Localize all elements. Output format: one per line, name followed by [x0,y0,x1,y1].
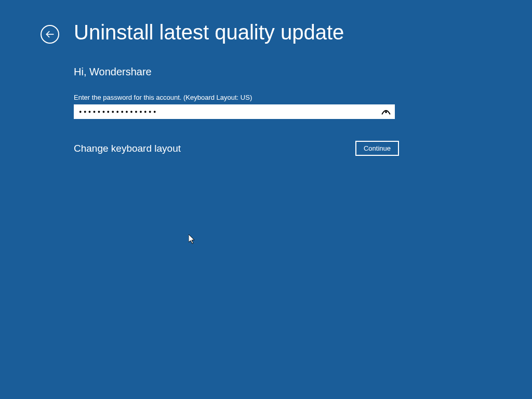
back-arrow-icon [45,29,55,39]
continue-button[interactable]: Continue [355,141,399,156]
change-keyboard-layout-link[interactable]: Change keyboard layout [74,143,181,154]
greeting-text: Hi, Wondershare [74,66,400,78]
eye-reveal-icon [381,109,391,115]
page-title: Uninstall latest quality update [74,21,344,44]
svg-point-1 [385,111,387,113]
password-field[interactable]: ●●●●●●●●●●●●●●●●● [74,104,395,119]
password-value: ●●●●●●●●●●●●●●●●● [74,104,158,119]
reveal-password-button[interactable] [381,109,391,115]
instruction-text: Enter the password for this account. (Ke… [74,94,400,101]
back-button[interactable] [41,25,59,44]
mouse-cursor-icon [189,234,197,247]
